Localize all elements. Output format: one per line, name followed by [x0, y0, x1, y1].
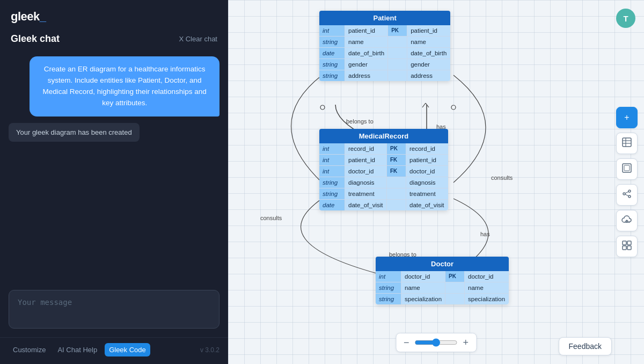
medical-record-header: MedicalRecord — [319, 129, 448, 143]
add-button[interactable]: + — [616, 107, 638, 128]
svg-line-16 — [422, 103, 426, 107]
svg-line-9 — [625, 192, 628, 193]
medical-record-table: MedicalRecord int record_id PK record_id… — [319, 129, 448, 210]
svg-point-7 — [623, 193, 625, 195]
ai-chat-help-tab[interactable]: AI Chat Help — [53, 343, 101, 356]
message-input[interactable] — [9, 290, 219, 329]
chat-input-area — [0, 283, 228, 337]
table-row: string treatment treatment — [319, 188, 448, 200]
footer-tabs: Customize AI Chat Help Gleek Code — [9, 343, 150, 356]
table-icon — [622, 137, 632, 149]
svg-point-26 — [320, 105, 325, 110]
zoom-slider[interactable] — [415, 338, 458, 347]
doctor-table-body: int doctor_id PK doctor_id string name n… — [376, 271, 509, 304]
svg-point-8 — [628, 195, 631, 198]
chat-messages: Create an ER diagram for a healthcare in… — [0, 51, 228, 283]
frame-button[interactable] — [616, 158, 638, 180]
cloud-icon — [621, 215, 632, 226]
version-label: v 3.0.2 — [200, 346, 219, 354]
svg-text:consults: consults — [260, 215, 282, 221]
svg-line-17 — [426, 103, 429, 107]
user-avatar: T — [616, 9, 635, 28]
doctor-table: Doctor int doctor_id PK doctor_id string… — [376, 257, 509, 304]
system-message: Your gleek diagram has been created — [9, 123, 140, 142]
share-button[interactable] — [616, 184, 638, 206]
plus-icon: + — [624, 113, 629, 122]
table-row: string specialization specialization — [376, 294, 509, 304]
right-toolbar: + — [616, 107, 638, 257]
zoom-in-button[interactable]: + — [462, 337, 470, 348]
table-row: date date_of_birth date_of_birth — [319, 48, 450, 59]
doctor-table-header: Doctor — [376, 257, 509, 271]
svg-rect-5 — [624, 165, 630, 171]
logo-bar: gleek_ — [0, 0, 228, 29]
table-button[interactable] — [616, 133, 638, 154]
right-panel: T + — [228, 0, 644, 364]
zoom-out-button[interactable]: − — [402, 337, 411, 348]
share-icon — [622, 189, 632, 201]
svg-rect-12 — [623, 241, 626, 245]
svg-text:has: has — [480, 231, 490, 237]
svg-rect-13 — [627, 241, 631, 245]
group-button[interactable] — [616, 236, 638, 257]
svg-point-27 — [451, 105, 456, 110]
svg-rect-15 — [627, 246, 631, 250]
medical-record-body: int record_id PK record_id int patient_i… — [319, 143, 448, 210]
zoom-controls: − + — [396, 333, 477, 352]
table-row: int doctor_id PK doctor_id — [376, 271, 509, 282]
svg-rect-0 — [623, 138, 631, 147]
table-row: string name name — [376, 282, 509, 294]
user-message-bubble: Create an ER diagram for a healthcare in… — [30, 56, 219, 117]
table-row: int patient_id PK patient_id — [319, 25, 450, 37]
svg-point-6 — [628, 190, 631, 192]
cloud-button[interactable] — [616, 210, 638, 231]
table-row: string gender gender — [319, 59, 450, 70]
patient-table-body: int patient_id PK patient_id string name… — [319, 25, 450, 81]
chat-footer: Customize AI Chat Help Gleek Code v 3.0.… — [0, 337, 228, 364]
chat-title: Gleek chat — [11, 33, 60, 45]
gleek-code-tab[interactable]: Gleek Code — [105, 343, 150, 356]
left-panel: gleek_ Gleek chat X Clear chat Create an… — [0, 0, 228, 364]
app-logo: gleek_ — [11, 10, 46, 24]
svg-rect-4 — [623, 164, 631, 172]
table-row: int doctor_id FK doctor_id — [319, 166, 448, 177]
chat-header: Gleek chat X Clear chat — [0, 29, 228, 51]
svg-text:belongs to: belongs to — [346, 118, 374, 125]
patient-table: Patient int patient_id PK patient_id str… — [319, 11, 450, 81]
group-icon — [622, 241, 632, 252]
table-row: string address address — [319, 70, 450, 81]
clear-chat-button[interactable]: X Clear chat — [179, 35, 217, 43]
customize-tab[interactable]: Customize — [9, 343, 50, 356]
feedback-button[interactable]: Feedback — [559, 337, 612, 355]
svg-line-10 — [625, 194, 628, 196]
patient-table-header: Patient — [319, 11, 450, 25]
frame-icon — [622, 163, 632, 175]
table-row: int record_id PK record_id — [319, 143, 448, 155]
table-row: string name name — [319, 37, 450, 48]
table-row: string diagnosis diagnosis — [319, 177, 448, 188]
table-row: int patient_id FK patient_id — [319, 155, 448, 166]
svg-rect-14 — [623, 246, 626, 250]
svg-text:consults: consults — [491, 174, 513, 181]
table-row: date date_of_visit date_of_visit — [319, 200, 448, 210]
